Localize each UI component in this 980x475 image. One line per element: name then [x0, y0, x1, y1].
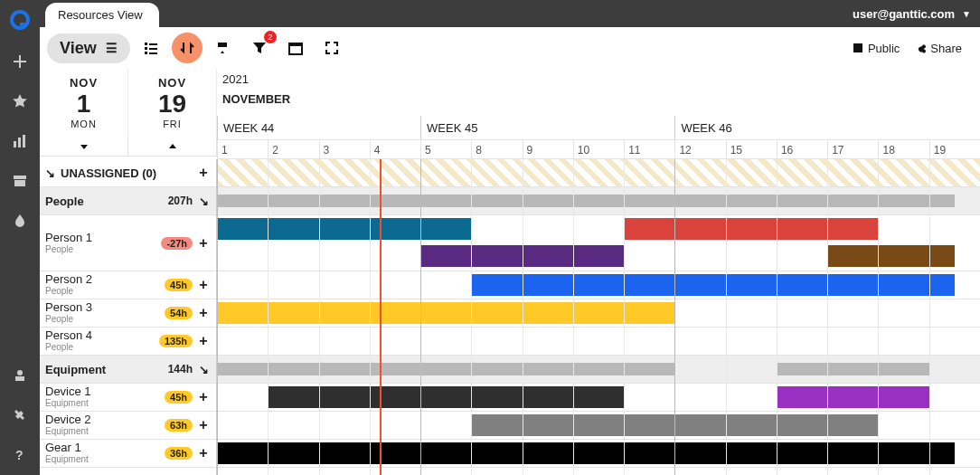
add-button[interactable]: +	[196, 277, 211, 293]
resource-sub: Equipment	[45, 425, 165, 437]
share-icon	[914, 42, 927, 54]
day-column[interactable]: 12	[674, 140, 725, 160]
day-column[interactable]: 8	[471, 140, 522, 160]
resource-row[interactable]: Person 4People 135h +	[40, 328, 216, 356]
svg-rect-10	[289, 43, 302, 46]
resource-lane[interactable]	[217, 215, 980, 271]
week-label: WEEK 45	[420, 116, 477, 139]
unassigned-row[interactable]: ↘ UNASSIGNED (0) +	[40, 159, 216, 187]
help-icon[interactable]: ?	[9, 444, 31, 466]
week-label: WEEK 46	[674, 116, 731, 139]
people-icon[interactable]	[9, 365, 31, 386]
resource-row[interactable]: Gear 1Equipment 36h +	[40, 440, 216, 468]
add-button[interactable]: +	[196, 305, 211, 321]
task-bar[interactable]	[217, 218, 471, 240]
week-label: WEEK 44	[217, 116, 274, 139]
calendar-button[interactable]	[280, 33, 311, 63]
archive-icon[interactable]	[9, 170, 31, 192]
add-button[interactable]: +	[196, 165, 211, 181]
resource-lane[interactable]	[217, 299, 980, 328]
day-column[interactable]: 18	[878, 140, 928, 160]
day-column[interactable]: 11	[624, 140, 674, 160]
resource-lane[interactable]	[217, 328, 980, 356]
timeline-body[interactable]	[217, 159, 980, 475]
unassigned-lane[interactable]	[217, 159, 980, 187]
chevron-down-icon: ↘	[196, 363, 211, 376]
task-bar[interactable]	[268, 386, 624, 408]
resource-row[interactable]: Device 1Equipment 45h +	[40, 384, 216, 412]
day-column[interactable]: 9	[523, 140, 573, 160]
resource-row[interactable]: Device 2Equipment 63h +	[40, 412, 216, 440]
fullscreen-button[interactable]	[316, 33, 347, 63]
collapse-up-button[interactable]	[128, 137, 217, 156]
group-hours: 144h	[168, 363, 193, 375]
chart-icon[interactable]	[9, 130, 31, 152]
date-start[interactable]: NOV 1 MON	[40, 69, 128, 137]
add-button[interactable]: +	[196, 389, 211, 405]
resource-lane[interactable]	[217, 412, 980, 440]
group-left-button[interactable]	[136, 33, 166, 63]
group-people[interactable]: People 207h ↘	[40, 187, 216, 215]
public-button[interactable]: Public	[852, 42, 900, 55]
hours-badge: 63h	[165, 419, 193, 432]
day-column[interactable]: 16	[777, 140, 827, 160]
user-menu-caret-icon[interactable]: ▼	[962, 9, 980, 19]
drop-icon[interactable]	[9, 210, 31, 232]
task-bar[interactable]	[217, 302, 674, 324]
day-column[interactable]: 17	[827, 140, 878, 160]
task-bar[interactable]	[217, 442, 955, 464]
resource-row[interactable]: Person 2People 45h +	[40, 271, 216, 299]
day-column[interactable]: 4	[370, 140, 420, 160]
task-bar[interactable]	[471, 274, 955, 296]
collapse-down-button[interactable]	[40, 137, 128, 156]
resource-lane[interactable]	[217, 384, 980, 412]
filter-badge: 2	[264, 31, 277, 43]
day-column[interactable]: 3	[319, 140, 370, 160]
settings-icon[interactable]	[9, 404, 31, 426]
add-button[interactable]: +	[196, 445, 211, 461]
app-logo	[0, 0, 40, 40]
menu-icon: ☰	[106, 41, 118, 55]
svg-rect-6	[15, 376, 24, 381]
star-icon[interactable]	[9, 90, 31, 112]
group-lane[interactable]	[217, 356, 980, 384]
resource-lane[interactable]	[217, 271, 980, 299]
add-button[interactable]: +	[196, 333, 211, 349]
sort-button[interactable]	[172, 33, 203, 63]
resource-sub: People	[45, 341, 159, 353]
group-hours: 207h	[168, 195, 193, 207]
view-tab[interactable]: Resources View	[45, 3, 159, 27]
day-column[interactable]: 10	[573, 140, 624, 160]
day-column[interactable]: 2	[268, 140, 318, 160]
svg-rect-1	[18, 138, 21, 147]
timeline-header: 2021 NOVEMBER WEEK 44WEEK 45WEEK 46 1234…	[217, 69, 980, 159]
task-bar[interactable]	[624, 218, 878, 240]
utilization-bar	[624, 363, 674, 375]
date-end-weekday: FRI	[128, 119, 216, 129]
add-button[interactable]: +	[196, 235, 211, 252]
resource-row[interactable]: Person 1People -27h +	[40, 215, 216, 271]
share-button[interactable]: Share	[914, 42, 962, 55]
add-icon[interactable]	[9, 51, 31, 72]
add-button[interactable]: +	[196, 417, 211, 433]
view-button[interactable]: View ☰	[47, 33, 130, 63]
user-email[interactable]: user@ganttic.com	[853, 7, 962, 21]
paint-button[interactable]	[208, 33, 239, 63]
group-equipment[interactable]: Equipment 144h ↘	[40, 356, 216, 384]
day-column[interactable]: 5	[420, 140, 471, 160]
day-column[interactable]: 15	[726, 140, 777, 160]
date-start-weekday: MON	[40, 119, 127, 129]
resource-sub: Equipment	[45, 397, 165, 409]
date-end[interactable]: NOV 19 FRI	[128, 69, 217, 137]
day-column[interactable]: 1	[217, 140, 268, 160]
task-bar[interactable]	[777, 386, 929, 408]
resource-row[interactable]: Person 3People 54h +	[40, 299, 216, 328]
group-lane[interactable]	[217, 187, 980, 215]
resource-lane[interactable]	[217, 440, 980, 468]
filter-button[interactable]: 2	[244, 33, 275, 63]
task-bar[interactable]	[827, 245, 955, 267]
resource-sub: People	[45, 285, 165, 297]
year-label: 2021	[222, 72, 249, 86]
hours-badge: 36h	[165, 447, 193, 460]
day-column[interactable]: 19	[929, 140, 980, 160]
